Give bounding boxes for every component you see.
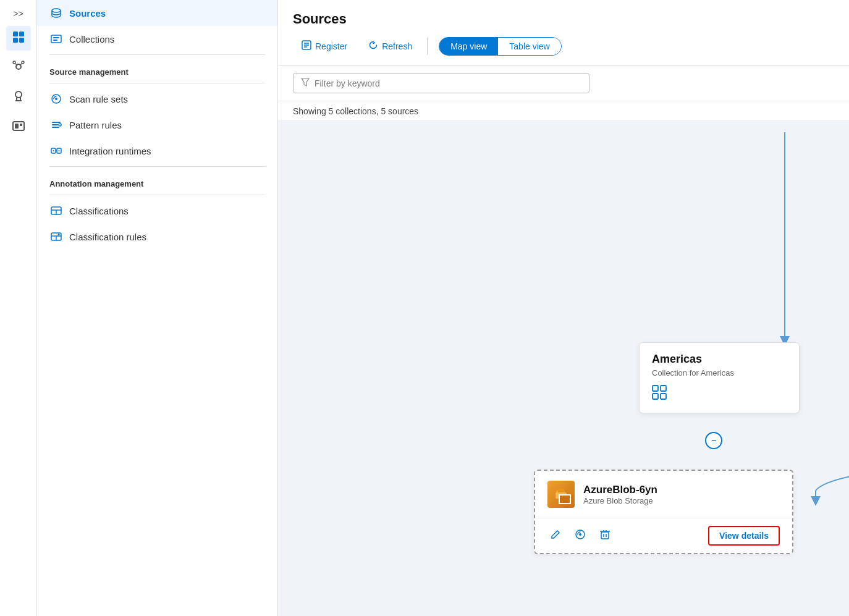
catalog-nav-button[interactable]	[6, 26, 31, 51]
classification-rules-label: Classification rules	[69, 232, 146, 242]
americas-card: Americas Collection for Americas	[639, 342, 800, 413]
refresh-icon	[368, 40, 378, 52]
register-button[interactable]: Register	[293, 36, 356, 56]
nav-item-classifications[interactable]: Classifications	[37, 198, 277, 224]
scan-rule-sets-icon	[49, 93, 63, 104]
collections-label: Collections	[69, 34, 114, 44]
svg-rect-48	[558, 489, 564, 495]
table-view-button[interactable]: Table view	[498, 38, 560, 55]
svg-rect-21	[52, 124, 58, 125]
toolbar: Register Refresh Map view Table view	[293, 36, 834, 56]
classification-rules-icon	[49, 231, 63, 242]
svg-rect-17	[53, 40, 57, 41]
integration-runtimes-icon	[49, 145, 63, 156]
register-label: Register	[315, 41, 347, 51]
source-type: Azure Blob Storage	[583, 496, 657, 505]
svg-point-5	[13, 61, 15, 64]
svg-rect-0	[13, 32, 18, 36]
svg-point-9	[15, 91, 22, 98]
filter-input[interactable]	[315, 78, 581, 88]
nav-sidebar: Sources Collections Source management Sc…	[37, 0, 278, 616]
collections-icon	[49, 33, 63, 44]
insights-icon	[12, 90, 25, 106]
svg-point-19	[55, 98, 57, 100]
svg-point-28	[59, 150, 60, 151]
source-info: AzureBlob-6yn Azure Blob Storage	[583, 484, 657, 505]
svg-rect-43	[653, 386, 658, 391]
nav-item-classification-rules[interactable]: Classification rules	[37, 224, 277, 250]
classifications-icon	[49, 205, 63, 216]
connections-icon	[12, 60, 25, 77]
integration-runtimes-label: Integration runtimes	[69, 146, 151, 156]
collapse-sidebar-button[interactable]: >>	[6, 6, 31, 21]
scan-rule-sets-label: Scan rule sets	[69, 94, 128, 104]
main-header: Sources Register	[278, 0, 849, 65]
view-details-button[interactable]: View details	[708, 526, 780, 546]
nav-item-integration-runtimes[interactable]: Integration runtimes	[37, 138, 277, 164]
svg-rect-16	[53, 37, 59, 38]
source-card-header: AzureBlob-6yn Azure Blob Storage	[535, 471, 792, 518]
source-name: AzureBlob-6yn	[583, 484, 657, 496]
register-icon	[302, 40, 311, 52]
nav-item-scan-rule-sets[interactable]: Scan rule sets	[37, 86, 277, 112]
svg-rect-12	[15, 124, 19, 129]
filter-input-wrap	[293, 73, 589, 93]
svg-rect-15	[51, 35, 61, 43]
annotation-management-section: Annotation management	[37, 169, 277, 192]
svg-rect-1	[19, 32, 24, 36]
source-card: AzureBlob-6yn Azure Blob Storage	[534, 470, 793, 554]
svg-rect-46	[661, 394, 666, 399]
showing-text: Showing 5 collections, 5 sources	[278, 101, 849, 120]
svg-line-8	[20, 64, 22, 65]
tools-nav-button[interactable]	[6, 115, 31, 140]
nav-item-pattern-rules[interactable]: Pattern rules	[37, 112, 277, 138]
toolbar-separator	[427, 38, 428, 55]
refresh-label: Refresh	[382, 41, 412, 51]
source-management-section: Source management	[37, 57, 277, 80]
americas-grid-icon[interactable]	[652, 385, 787, 403]
svg-point-14	[52, 9, 61, 12]
sources-icon	[49, 7, 63, 19]
divider-source-mgmt	[49, 54, 265, 55]
svg-point-6	[22, 61, 24, 64]
edit-source-button[interactable]	[547, 526, 564, 546]
insights-nav-button[interactable]	[6, 85, 31, 110]
americas-title: Americas	[652, 353, 787, 366]
filter-icon	[301, 78, 310, 88]
connections-nav-button[interactable]	[6, 56, 31, 80]
tools-icon	[12, 119, 25, 136]
americas-subtitle: Collection for Americas	[652, 368, 787, 378]
delete-source-button[interactable]	[597, 526, 613, 546]
refresh-button[interactable]: Refresh	[360, 36, 421, 56]
divider-below-label	[49, 83, 265, 83]
view-toggle: Map view Table view	[439, 37, 562, 56]
view-details-label: View details	[719, 531, 769, 541]
svg-marker-40	[302, 78, 309, 86]
svg-rect-20	[52, 122, 61, 123]
nav-item-collections[interactable]: Collections	[37, 26, 277, 52]
svg-rect-52	[601, 532, 609, 539]
svg-line-7	[15, 64, 17, 65]
catalog-icon	[12, 30, 25, 47]
map-view-button[interactable]: Map view	[439, 38, 498, 55]
svg-rect-22	[52, 127, 59, 128]
svg-point-23	[59, 124, 61, 126]
svg-rect-13	[20, 124, 22, 126]
scan-source-button[interactable]	[572, 526, 588, 546]
svg-rect-49	[555, 492, 567, 499]
svg-rect-2	[13, 38, 18, 43]
map-area: Americas Collection for Americas −	[278, 120, 849, 616]
icon-sidebar: >>	[0, 0, 37, 616]
chevron-icon: >>	[13, 9, 23, 19]
svg-point-27	[53, 150, 54, 151]
svg-rect-45	[653, 394, 658, 399]
classifications-label: Classifications	[69, 206, 129, 216]
svg-point-51	[579, 533, 581, 536]
nav-item-sources[interactable]: Sources	[37, 0, 277, 26]
azure-blob-icon	[547, 481, 575, 508]
divider-below-annotation	[49, 195, 265, 195]
map-view-label: Map view	[450, 41, 487, 51]
page-title: Sources	[293, 11, 834, 27]
collapse-node[interactable]: −	[705, 432, 722, 449]
pattern-rules-label: Pattern rules	[69, 120, 122, 130]
